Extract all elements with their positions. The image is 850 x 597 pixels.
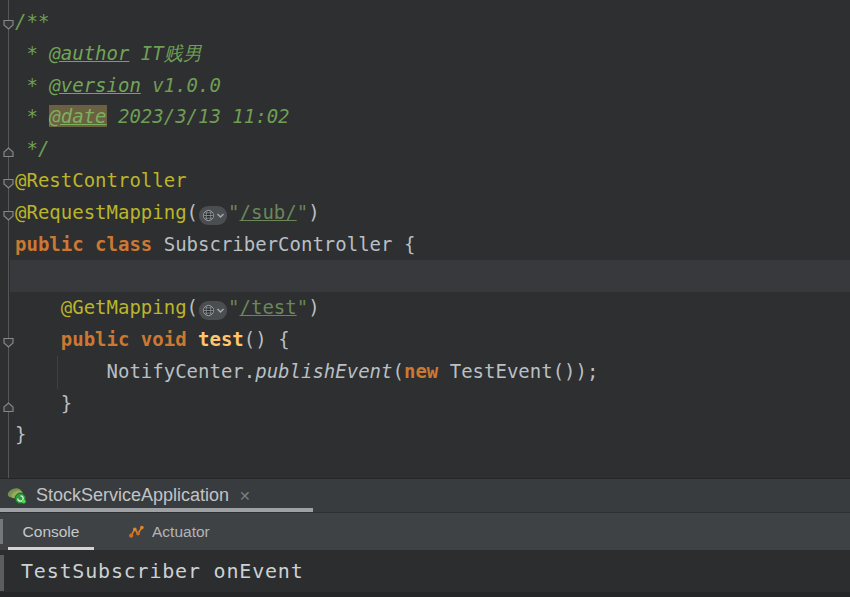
close-icon[interactable]: ✕ [239, 488, 251, 504]
code-token: @RequestMapping [15, 201, 187, 223]
code-line: @RequestMapping("/sub/") [10, 197, 850, 229]
code-token: test [198, 328, 244, 350]
console-tab-label: Console [23, 523, 80, 541]
code-token: public void [61, 328, 198, 350]
code-line: NotifyCenter.publishEvent(new TestEvent(… [10, 356, 850, 388]
ide-window: /** * @author IT贱男 * @version v1.0.0 * @… [0, 0, 850, 597]
toolwindow-drag-handle [0, 519, 3, 544]
url-inlay-globe-icon[interactable] [199, 301, 227, 320]
run-toolwindow-header: StockServiceApplication ✕ [0, 478, 850, 512]
code-line: public void test() { [10, 324, 850, 356]
code-token: @RestController [15, 169, 187, 191]
code-token: " [297, 296, 308, 318]
code-token: () { [244, 328, 290, 350]
code-line: * @version v1.0.0 [10, 70, 850, 102]
code-line: public class SubscriberController { [10, 229, 850, 261]
code-token: new [404, 360, 450, 382]
run-tab-title: StockServiceApplication [36, 485, 229, 506]
code-token: IT贱男 [129, 42, 201, 64]
code-line: } [10, 388, 850, 420]
code-token: @date [49, 105, 106, 127]
code-line: * @author IT贱男 [10, 38, 850, 70]
code-token: ) [308, 201, 319, 223]
code-token: * [15, 42, 49, 64]
code-line: */ [10, 133, 850, 165]
code-token: publishEvent [255, 360, 392, 382]
code-token: @author [49, 42, 129, 64]
code-token: " [228, 201, 239, 223]
console-output-line: TestSubscriber onEvent [21, 559, 304, 583]
code-line: @RestController [10, 165, 850, 197]
code-token: 2023/3/13 11:02 [107, 105, 290, 127]
code-token [15, 296, 61, 318]
code-line: * @date 2023/3/13 11:02 [10, 101, 850, 133]
caret-line [10, 260, 850, 292]
code-token: * [15, 105, 49, 127]
scrollbar-thumb[interactable] [0, 555, 4, 591]
code-token [15, 328, 61, 350]
run-view-tab-strip: Console Actuator [0, 512, 850, 550]
actuator-tab-label: Actuator [152, 523, 210, 541]
code-token: public class [15, 233, 164, 255]
code-token: @version [49, 74, 141, 96]
editor-gutter [0, 0, 10, 478]
code-token: " [297, 201, 308, 223]
spring-boot-run-icon [7, 485, 30, 506]
code-token: @GetMapping [61, 296, 187, 318]
code-token: /** [15, 10, 49, 32]
code-token: NotifyCenter. [15, 360, 255, 382]
url-path-link[interactable]: /test [240, 296, 297, 318]
code-token: ) [308, 296, 319, 318]
code-token: TestEvent()); [450, 360, 599, 382]
code-token: ( [187, 201, 198, 223]
code-line: @GetMapping("/test") [10, 292, 850, 324]
code-editor[interactable]: /** * @author IT贱男 * @version v1.0.0 * @… [0, 0, 850, 478]
indent-guide [57, 356, 58, 389]
code-line: /** [10, 6, 850, 38]
code-token: } [15, 392, 72, 414]
code-token: ( [187, 296, 198, 318]
code-token: */ [15, 137, 49, 159]
run-tab-stockserviceapplication[interactable]: StockServiceApplication ✕ [0, 479, 313, 512]
actuator-icon [128, 523, 145, 540]
url-path-link[interactable]: /sub/ [240, 201, 297, 223]
code-token: v1.0.0 [141, 74, 221, 96]
bottom-edge [0, 592, 850, 597]
tab-console[interactable]: Console [8, 513, 94, 550]
code-token: SubscriberController { [164, 233, 416, 255]
code-token: } [15, 423, 26, 445]
code-token: ( [393, 360, 404, 382]
code-token: * [15, 74, 49, 96]
console-output-area[interactable]: TestSubscriber onEvent [0, 550, 850, 597]
url-inlay-globe-icon[interactable] [199, 206, 227, 225]
code-line: } [10, 419, 850, 451]
tab-actuator[interactable]: Actuator [128, 513, 210, 550]
code-token: " [228, 296, 239, 318]
